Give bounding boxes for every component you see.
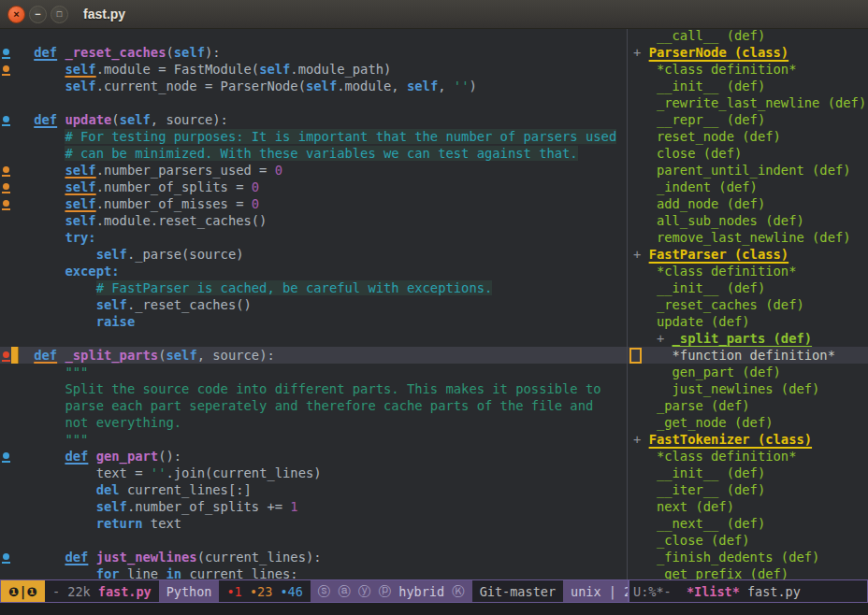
imenu-item[interactable]: __iter__ (def): [628, 481, 868, 498]
imenu-item[interactable]: all_sub_nodes (def): [628, 212, 868, 229]
code-line-text: self.number_of_misses = 0: [3, 195, 259, 212]
maximize-button[interactable]: □: [51, 6, 68, 23]
imenu-item[interactable]: __init__ (def): [628, 465, 868, 481]
code-line[interactable]: return text: [0, 515, 627, 532]
code-line[interactable]: parse each part seperately and therefore…: [0, 397, 627, 414]
imenu-item[interactable]: *class definition*: [628, 61, 868, 78]
imenu-item[interactable]: _get_node (def): [628, 414, 868, 431]
imenu-item[interactable]: _close (def): [628, 532, 868, 549]
modeline-segment-major-mode[interactable]: Python: [159, 580, 220, 602]
imenu-item[interactable]: + _split_parts (def): [628, 330, 868, 347]
code-line[interactable]: [0, 94, 627, 111]
code-line[interactable]: text = ''.join(current_lines): [0, 465, 627, 481]
code-token: _indent (def): [657, 179, 758, 194]
code-token: ): [469, 79, 476, 93]
code-token: [633, 499, 657, 514]
code-line[interactable]: except:: [0, 263, 627, 279]
modeline-segment-minor-modes[interactable]: ⓢ ⓐ ⓨ ⓟ hybrid Ⓚ: [311, 580, 472, 602]
imenu-item[interactable]: just_newlines (def): [628, 380, 868, 397]
code-line[interactable]: self._reset_caches(): [0, 296, 627, 313]
code-line[interactable]: self.number_of_misses = 0: [0, 195, 627, 212]
imenu-item[interactable]: + ParserNode (class): [628, 44, 868, 61]
code-line[interactable]: self.module.reset_caches(): [0, 212, 627, 229]
code-line[interactable]: self.number_parsers_used = 0: [0, 162, 627, 179]
code-line[interactable]: # can be minimized. With these variables…: [0, 145, 627, 162]
code-line[interactable]: raise: [0, 313, 627, 330]
imenu-item[interactable]: parent_until_indent (def): [628, 162, 868, 179]
imenu-item[interactable]: close (def): [628, 145, 868, 162]
code-line[interactable]: self.module = FastModule(self.module_pat…: [0, 61, 627, 78]
imenu-item[interactable]: add_node (def): [628, 195, 868, 212]
code-token: ,: [438, 79, 454, 93]
code-token: [3, 112, 34, 127]
code-line[interactable]: self._parse(source): [0, 246, 627, 263]
imenu-item[interactable]: *class definition*: [628, 263, 868, 279]
code-line[interactable]: def _reset_caches(self):: [0, 44, 627, 61]
imenu-item[interactable]: *class definition*: [628, 448, 868, 465]
modeline-text: •1: [226, 584, 241, 599]
minimize-button[interactable]: −: [29, 6, 47, 23]
code-token: _close (def): [657, 533, 750, 548]
code-line[interactable]: def gen_part():: [0, 448, 627, 465]
code-line[interactable]: for line in current_lines:: [0, 565, 627, 579]
modeline-segment-window-number[interactable]: ❶|❶: [1, 580, 45, 602]
imenu-item[interactable]: _parse (def): [628, 397, 868, 414]
imenu-item-label: + FastParser (class): [633, 246, 788, 263]
code-token: FastParser (class): [649, 247, 789, 262]
code-line[interactable]: Split the source code into different par…: [0, 380, 627, 397]
code-line[interactable]: self.number_of_splits += 1: [0, 498, 627, 515]
imenu-item-label: _parse (def): [633, 397, 750, 414]
editor-buffer[interactable]: def _reset_caches(self): self.module = F…: [0, 29, 627, 579]
modeline-segment-buffer-info[interactable]: - 22k fast.py: [45, 580, 159, 602]
code-token: ():: [158, 449, 181, 464]
imenu-item[interactable]: _reset_caches (def): [628, 296, 868, 313]
code-line[interactable]: # For testing purposes: It is important …: [0, 128, 627, 145]
imenu-item[interactable]: _rewrite_last_newline (def): [628, 94, 868, 111]
code-line[interactable]: def update(self, source):: [0, 111, 627, 128]
imenu-list-buffer[interactable]: __call__ (def)+ ParserNode (class) *clas…: [628, 29, 868, 579]
close-button[interactable]: ×: [7, 6, 25, 23]
imenu-item[interactable]: __init__ (def): [628, 279, 868, 296]
code-line-text: # FastParser is cached, be careful with …: [3, 279, 492, 296]
code-token: [633, 280, 657, 295]
code-token: self: [65, 79, 95, 93]
imenu-item[interactable]: __init__ (def): [628, 78, 868, 94]
imenu-item[interactable]: next (def): [628, 498, 868, 515]
code-line[interactable]: """: [0, 364, 627, 380]
imenu-item[interactable]: _indent (def): [628, 179, 868, 195]
code-line[interactable]: [0, 330, 627, 347]
imenu-item[interactable]: reset_node (def): [628, 128, 868, 145]
imenu-item[interactable]: update (def): [628, 313, 868, 330]
imenu-item[interactable]: gen_part (def): [628, 364, 868, 380]
code-line[interactable]: try:: [0, 229, 627, 246]
imenu-item[interactable]: + FastTokenizer (class): [628, 431, 868, 448]
imenu-item[interactable]: __repr__ (def): [628, 111, 868, 128]
imenu-item[interactable]: *function definition*: [628, 347, 868, 364]
imenu-item[interactable]: + FastParser (class): [628, 246, 868, 263]
code-token: remove_last_newline (def): [657, 230, 851, 245]
code-token: [3, 516, 96, 531]
code-line[interactable]: [0, 532, 627, 549]
code-line[interactable]: not everything.: [0, 414, 627, 431]
modeline-segment-flycheck-counts[interactable]: •1 •23 •46: [219, 580, 310, 602]
code-line[interactable]: def just_newlines(current_lines):: [0, 549, 627, 565]
code-line[interactable]: def _split_parts(self, source):: [0, 347, 627, 364]
code-token: +: [633, 45, 649, 60]
imenu-item[interactable]: _get_prefix (def): [628, 565, 868, 579]
imenu-item[interactable]: __next__ (def): [628, 515, 868, 532]
code-line[interactable]: """: [0, 431, 627, 448]
code-line[interactable]: # FastParser is cached, be careful with …: [0, 279, 627, 296]
code-token: *class definition*: [657, 449, 797, 464]
code-token: __repr__ (def): [657, 112, 765, 127]
code-line[interactable]: del current_lines[:]: [0, 481, 627, 498]
imenu-item[interactable]: _finish_dedents (def): [628, 549, 868, 565]
imenu-item[interactable]: __call__ (def): [628, 29, 868, 44]
modeline-segment-encoding[interactable]: unix | 2: [563, 580, 629, 602]
modeline-segment-git-branch[interactable]: Git-master: [472, 580, 563, 602]
imenu-item[interactable]: remove_last_newline (def): [628, 229, 868, 246]
code-token: ):: [205, 45, 221, 60]
code-token: ._parse(source): [127, 247, 244, 262]
code-line[interactable]: self.number_of_splits = 0: [0, 179, 627, 195]
code-token: [3, 482, 96, 497]
code-line[interactable]: self.current_node = ParserNode(self.modu…: [0, 78, 627, 94]
